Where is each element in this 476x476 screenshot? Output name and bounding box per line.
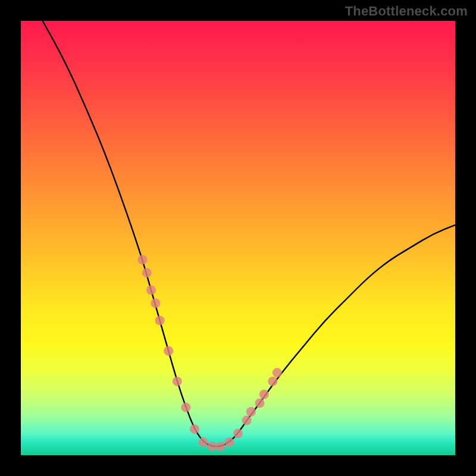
plot-area	[21, 21, 455, 455]
marker-point	[255, 398, 265, 408]
marker-point	[199, 437, 208, 447]
chart-frame: TheBottleneck.com	[0, 0, 476, 476]
marker-point	[246, 407, 256, 416]
marker-point	[190, 424, 199, 434]
curve-group	[43, 21, 456, 446]
marker-group	[137, 255, 281, 452]
marker-point	[268, 377, 277, 386]
marker-point	[242, 416, 252, 425]
marker-point	[142, 268, 152, 277]
marker-point	[207, 441, 217, 451]
marker-point	[173, 377, 182, 386]
marker-point	[233, 429, 243, 439]
marker-point	[155, 316, 165, 325]
marker-point	[137, 255, 147, 265]
marker-point	[146, 286, 156, 295]
marker-point	[181, 403, 190, 412]
marker-point	[216, 441, 226, 451]
watermark-text: TheBottleneck.com	[345, 4, 468, 19]
bottleneck-curve-path	[43, 21, 456, 446]
marker-point	[259, 390, 269, 399]
marker-point	[151, 299, 160, 308]
marker-point	[164, 346, 173, 356]
marker-point	[273, 368, 282, 377]
marker-point	[224, 437, 234, 447]
chart-overlay-svg	[21, 21, 455, 455]
